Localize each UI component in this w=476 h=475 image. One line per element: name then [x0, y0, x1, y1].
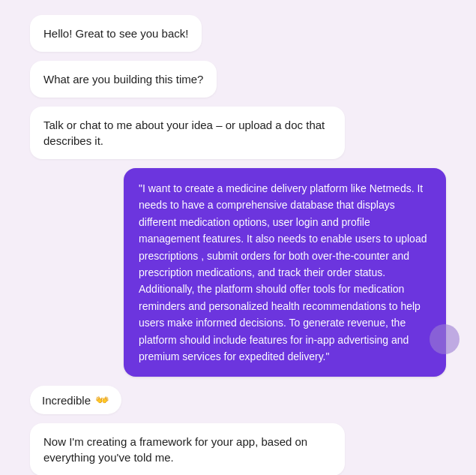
prompt-text: Talk or chat to me about your idea – or …	[43, 119, 325, 147]
framework-text: Now I'm creating a framework for your ap…	[43, 435, 307, 464]
prompt-message: Talk or chat to me about your idea – or …	[30, 107, 345, 159]
greeting-message: Hello! Great to see you back!	[30, 15, 202, 52]
incredible-emoji: 👐	[95, 393, 109, 407]
incredible-text: Incredible	[42, 394, 91, 407]
chat-container: Hello! Great to see you back! What are y…	[30, 15, 446, 475]
question-message: What are you building this time?	[30, 61, 217, 98]
greeting-text: Hello! Great to see you back!	[43, 27, 188, 40]
incredible-badge: Incredible 👐	[30, 386, 121, 414]
user-message-text: "I want to create a medicine delivery pl…	[139, 182, 427, 362]
framework-message: Now I'm creating a framework for your ap…	[30, 423, 345, 475]
user-message: "I want to create a medicine delivery pl…	[124, 168, 446, 377]
question-text: What are you building this time?	[43, 73, 203, 86]
